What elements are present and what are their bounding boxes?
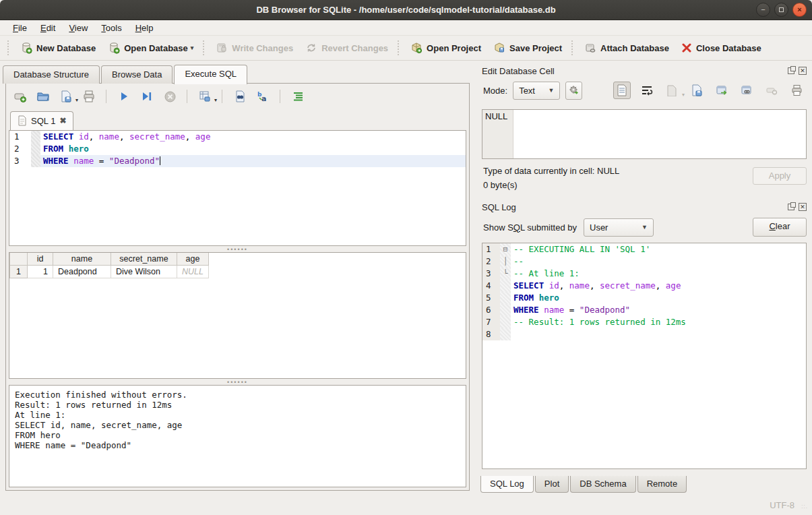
text-mode-icon[interactable] xyxy=(613,82,631,99)
log-line-number: 3 xyxy=(482,268,500,280)
splitter-handle[interactable]: •••••• xyxy=(6,246,469,252)
open-project-button[interactable]: Open Project xyxy=(404,38,487,57)
dock-float-icon[interactable] xyxy=(788,204,794,210)
close-database-button[interactable]: Close Database xyxy=(675,39,768,57)
attach-database-label: Attach Database xyxy=(600,43,669,53)
sql-editor[interactable]: 1 SELECT id, name, secret_name, age 2 FR… xyxy=(9,130,466,246)
code-line[interactable]: SELECT id, name, secret_name, age xyxy=(40,131,466,143)
save-project-icon xyxy=(493,42,505,54)
open-database-dropdown-icon[interactable]: ▾ xyxy=(191,44,194,51)
minimize-button[interactable]: − xyxy=(756,3,770,17)
cell-editor: NULL xyxy=(482,109,807,159)
save-results-dropdown-icon[interactable]: ▾ xyxy=(214,97,217,103)
log-code-line: WHERE name = "Deadpond" xyxy=(511,304,806,316)
tab-execute-sql[interactable]: Execute SQL xyxy=(174,65,247,84)
results-header-row: id name secret_name age xyxy=(10,253,209,266)
open-in-app-icon[interactable] xyxy=(713,82,730,99)
auto-apply-button[interactable] xyxy=(565,82,582,100)
column-header-name[interactable]: name xyxy=(53,253,111,266)
clear-log-button[interactable]: Clear xyxy=(753,218,807,237)
revert-changes-label: Revert Changes xyxy=(321,43,388,53)
fold-margin xyxy=(31,131,40,143)
close-button[interactable]: × xyxy=(792,3,807,17)
code-line[interactable]: FROM hero xyxy=(40,143,466,155)
log-filter-label: Show SQL submitted by xyxy=(483,222,577,233)
tab-sql-log[interactable]: SQL Log xyxy=(480,476,534,493)
log-filter-select[interactable]: User ▼ xyxy=(584,218,654,237)
menu-tools[interactable]: Tools xyxy=(95,22,127,34)
titlebar[interactable]: DB Browser for SQLite - /home/user/code/… xyxy=(0,0,812,20)
save-results-button[interactable]: ▾ xyxy=(197,89,212,104)
log-line: 3 └ -- At line 1: xyxy=(482,268,806,280)
cell-name[interactable]: Deadpond xyxy=(53,266,111,278)
sql-file-icon xyxy=(18,115,27,126)
statusbar: UTF-8 xyxy=(476,495,812,515)
write-changes-icon xyxy=(216,42,228,54)
new-sql-tab-button[interactable] xyxy=(13,89,28,104)
mode-label: Mode: xyxy=(483,86,507,96)
mode-select[interactable]: Text ▼ xyxy=(513,82,560,100)
results-corner-header xyxy=(10,253,28,266)
column-header-age[interactable]: age xyxy=(177,253,209,266)
cell-id[interactable]: 1 xyxy=(28,266,53,278)
row-header[interactable]: 1 xyxy=(10,266,28,278)
fold-marker-icon xyxy=(500,280,511,292)
import-dropdown-icon: ▾ xyxy=(682,92,685,98)
fold-marker-icon xyxy=(500,292,511,304)
maximize-button[interactable] xyxy=(774,3,788,17)
open-database-button[interactable]: Open Database ▾ xyxy=(102,38,199,57)
dock-float-icon[interactable] xyxy=(788,67,794,74)
tab-database-structure[interactable]: Database Structure xyxy=(3,65,100,84)
execute-line-button[interactable] xyxy=(139,89,154,104)
column-header-secret-name[interactable]: secret_name xyxy=(111,253,177,266)
dock-close-icon[interactable]: ✕ xyxy=(799,67,807,75)
word-wrap-icon[interactable] xyxy=(638,82,656,99)
save-project-button[interactable]: Save Project xyxy=(487,38,568,57)
menu-file[interactable]: File xyxy=(7,22,33,34)
format-sql-button[interactable] xyxy=(290,89,305,104)
log-code-line: -- EXECUTING ALL IN 'SQL 1' xyxy=(511,243,806,255)
save-sql-dropdown-icon[interactable]: ▾ xyxy=(75,97,78,103)
revert-changes-icon xyxy=(305,42,317,54)
tab-db-schema[interactable]: DB Schema xyxy=(570,476,635,493)
window-title: DB Browser for SQLite - /home/user/code/… xyxy=(256,5,555,15)
new-database-label: New Database xyxy=(36,43,96,53)
new-database-button[interactable]: New Database xyxy=(14,38,102,57)
sql-log-view[interactable]: 1 ⊟ -- EXECUTING ALL IN 'SQL 1' 2 │ -- 3… xyxy=(482,243,807,469)
close-sql-tab-icon[interactable]: ✖ xyxy=(59,116,66,125)
open-url-icon[interactable] xyxy=(738,82,755,99)
cell-age[interactable]: NULL xyxy=(177,266,209,278)
autocomplete-case-button[interactable]: ba xyxy=(255,89,270,104)
log-line-number: 5 xyxy=(482,292,500,304)
resize-grip[interactable]: ∙∙∙∙∙ xyxy=(801,504,809,512)
cell-secret-name[interactable]: Dive Wilson xyxy=(111,266,177,278)
sql-toolbar-separator xyxy=(106,90,107,103)
menu-help[interactable]: Help xyxy=(129,22,160,34)
attach-database-button[interactable]: Attach Database xyxy=(578,38,675,57)
execute-all-button[interactable] xyxy=(117,89,131,104)
tab-browse-data[interactable]: Browse Data xyxy=(101,65,173,84)
cell-edit-area[interactable] xyxy=(513,110,806,158)
cell-value-indicator: NULL xyxy=(482,110,513,158)
dock-close-icon[interactable]: ✕ xyxy=(799,203,807,211)
tab-plot[interactable]: Plot xyxy=(535,476,569,493)
find-button[interactable] xyxy=(232,89,247,104)
code-line[interactable]: WHERE name = "Deadpond" xyxy=(40,155,466,167)
tab-remote[interactable]: Remote xyxy=(637,476,687,493)
print-sql-button[interactable] xyxy=(82,89,96,104)
sql-doc-tab[interactable]: SQL 1 ✖ xyxy=(10,111,73,130)
export-cell-icon[interactable] xyxy=(688,82,706,99)
menu-edit[interactable]: Edit xyxy=(34,22,61,34)
log-code-line: SELECT id, name, secret_name, age xyxy=(511,280,806,292)
edit-cell-toolbar: Mode: Text ▼ ▾ xyxy=(476,78,812,102)
svg-text:a: a xyxy=(261,94,266,103)
fold-marker-icon[interactable]: ⊟ xyxy=(500,243,511,255)
execution-status-message: Execution finished without errors. Resul… xyxy=(9,385,466,487)
open-sql-file-button[interactable] xyxy=(36,89,51,104)
column-header-id[interactable]: id xyxy=(28,253,53,266)
splitter-handle[interactable]: •••••• xyxy=(6,379,469,385)
menu-view[interactable]: View xyxy=(63,22,94,34)
encoding-indicator[interactable]: UTF-8 xyxy=(770,500,794,510)
save-sql-file-button[interactable]: ▾ xyxy=(59,89,73,104)
print-cell-icon[interactable] xyxy=(788,82,805,99)
